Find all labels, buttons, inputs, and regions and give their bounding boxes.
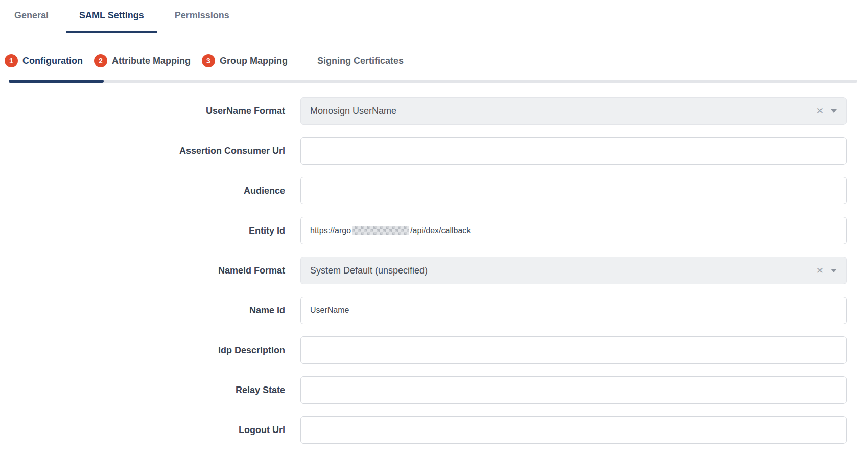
chevron-down-icon[interactable] bbox=[831, 109, 837, 113]
field-label: Relay State bbox=[0, 385, 300, 396]
field-label: NameId Format bbox=[0, 265, 300, 276]
step-label: Configuration bbox=[22, 56, 83, 66]
name-id-input[interactable] bbox=[300, 297, 847, 324]
field-label: Assertion Consumer Url bbox=[0, 146, 300, 156]
step-progress-fill bbox=[9, 80, 104, 83]
step-label: Signing Certificates bbox=[317, 56, 404, 66]
form-row: UserName Format Monosign UserName ✕ bbox=[0, 97, 868, 125]
step-configuration[interactable]: 1 Configuration bbox=[5, 54, 83, 67]
select-value: Monosign UserName bbox=[310, 106, 816, 117]
tab-general[interactable]: General bbox=[1, 0, 62, 33]
step-attribute-mapping[interactable]: 2 Attribute Mapping bbox=[94, 54, 191, 67]
entity-id-suffix: /api/dex/callback bbox=[410, 226, 471, 235]
step-progress-track bbox=[9, 80, 857, 83]
idp-description-input[interactable] bbox=[300, 336, 847, 364]
field-label: Entity Id bbox=[0, 225, 300, 236]
step-number-badge: 3 bbox=[202, 54, 215, 67]
redacted-text-block bbox=[352, 226, 409, 235]
saml-configuration-form: UserName Format Monosign UserName ✕ Asse… bbox=[0, 97, 868, 455]
wizard-steps: 1 Configuration 2 Attribute Mapping 3 Gr… bbox=[0, 53, 868, 69]
step-label: Attribute Mapping bbox=[112, 56, 191, 66]
audience-input[interactable] bbox=[300, 177, 847, 204]
field-label: Idp Description bbox=[0, 345, 300, 356]
form-row: Name Id bbox=[0, 297, 868, 324]
field-label: UserName Format bbox=[0, 106, 300, 117]
form-row: Idp Description bbox=[0, 336, 868, 364]
step-number-badge: 1 bbox=[5, 54, 18, 67]
clear-icon[interactable]: ✕ bbox=[816, 266, 824, 275]
username-format-select[interactable]: Monosign UserName ✕ bbox=[300, 97, 847, 125]
relay-state-input[interactable] bbox=[300, 376, 847, 404]
tab-saml-settings[interactable]: SAML Settings bbox=[66, 0, 157, 33]
step-number-badge: 2 bbox=[94, 54, 107, 67]
step-label: Group Mapping bbox=[220, 56, 288, 66]
form-row: Entity Id https://argo /api/dex/callback bbox=[0, 217, 868, 244]
form-row: Assertion Consumer Url bbox=[0, 137, 868, 165]
tab-permissions[interactable]: Permissions bbox=[161, 0, 243, 33]
select-value: System Default (unspecified) bbox=[310, 265, 816, 276]
form-row: Audience bbox=[0, 177, 868, 204]
step-signing-certificates[interactable]: Signing Certificates bbox=[317, 56, 404, 66]
logout-url-input[interactable] bbox=[300, 416, 847, 444]
top-tab-bar: General SAML Settings Permissions bbox=[0, 0, 868, 33]
entity-id-prefix: https://argo bbox=[310, 226, 351, 235]
field-label: Logout Url bbox=[0, 425, 300, 436]
assertion-consumer-url-input[interactable] bbox=[300, 137, 847, 165]
field-label: Name Id bbox=[0, 305, 300, 316]
entity-id-input[interactable]: https://argo /api/dex/callback bbox=[300, 217, 847, 244]
chevron-down-icon[interactable] bbox=[831, 269, 837, 272]
form-row: Relay State bbox=[0, 376, 868, 404]
form-row: NameId Format System Default (unspecifie… bbox=[0, 257, 868, 284]
nameid-format-select[interactable]: System Default (unspecified) ✕ bbox=[300, 257, 847, 284]
step-group-mapping[interactable]: 3 Group Mapping bbox=[202, 54, 288, 67]
clear-icon[interactable]: ✕ bbox=[816, 107, 824, 116]
field-label: Audience bbox=[0, 186, 300, 196]
form-row: Logout Url bbox=[0, 416, 868, 444]
